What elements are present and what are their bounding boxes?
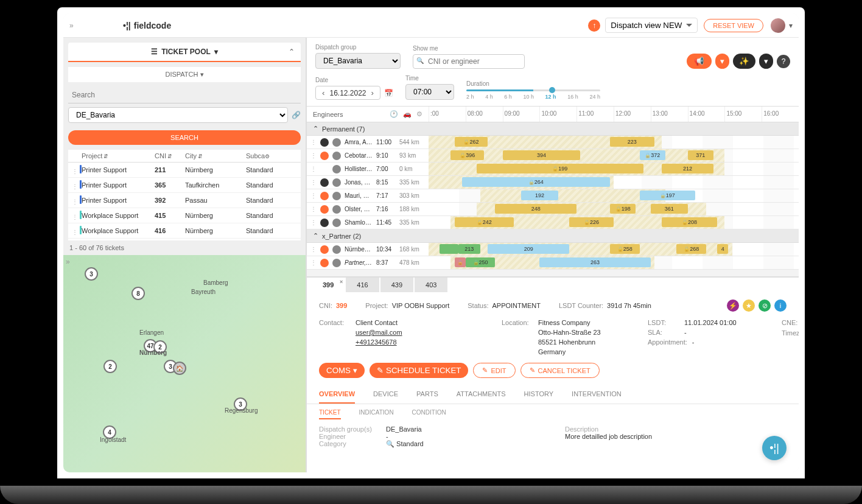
detail-tab[interactable]: HISTORY bbox=[524, 385, 554, 404]
engineer-row[interactable]: ⋮Nürnberg, Ve...10:34168 km213209🔒258🔒26… bbox=[307, 243, 799, 256]
timeline-bar[interactable]: 361 bbox=[651, 204, 688, 214]
filter-icon[interactable]: ⚙ bbox=[416, 110, 422, 118]
timeline-bar[interactable]: 🔒208 bbox=[662, 217, 717, 227]
timeline-bar[interactable]: 223 bbox=[610, 137, 654, 147]
detail-subtab[interactable]: INDICATION bbox=[359, 409, 394, 419]
col-project[interactable]: Project bbox=[82, 152, 102, 159]
engineer-row[interactable]: ⋮Partner, Van...8:37478 km🔒🔒250263 bbox=[307, 256, 799, 270]
timeline-bar[interactable]: 248 bbox=[495, 204, 576, 214]
car-icon[interactable]: 🚗 bbox=[403, 110, 412, 118]
ticket-tab[interactable]: 416 bbox=[346, 278, 379, 292]
user-avatar[interactable] bbox=[771, 18, 785, 33]
timeline-bar[interactable]: 213 bbox=[458, 244, 480, 254]
detail-subtab[interactable]: TICKET bbox=[319, 409, 341, 419]
detail-tab[interactable]: ATTACHMENTS bbox=[457, 385, 506, 404]
timeline-bar[interactable]: 🔒250 bbox=[466, 257, 496, 267]
timeline-bar[interactable]: 🔒242 bbox=[455, 217, 514, 227]
user-menu-caret[interactable]: ▾ bbox=[789, 21, 793, 30]
timeline-bar[interactable]: 263 bbox=[539, 257, 650, 267]
col-cni[interactable]: CNI bbox=[155, 152, 166, 159]
clock-icon[interactable]: 🕐 bbox=[390, 110, 398, 118]
timeline-bar[interactable]: 394 bbox=[503, 150, 581, 160]
ticket-row[interactable]: ⋮ Printer Support365TaufkirchenStandard bbox=[68, 178, 301, 193]
schedule-ticket-button[interactable]: ✎ SCHEDULE TICKET bbox=[370, 363, 468, 378]
contact-email[interactable]: user@mail.com bbox=[356, 329, 402, 336]
timeline-bar[interactable]: 209 bbox=[488, 244, 569, 254]
showme-input[interactable] bbox=[413, 54, 525, 69]
map[interactable]: » 3 8 47 2 2 3 3 4 🏠 Erlangen Nürnberg B… bbox=[63, 255, 306, 472]
contact-phone[interactable]: +4912345678 bbox=[356, 338, 397, 346]
detail-tab[interactable]: DEVICE bbox=[373, 385, 398, 404]
help-icon[interactable]: ? bbox=[777, 55, 790, 68]
search-button[interactable]: SEARCH bbox=[68, 130, 301, 145]
timeline-bar[interactable]: 🔒262 bbox=[455, 137, 488, 147]
reset-view-button[interactable]: RESET VIEW bbox=[704, 19, 763, 32]
engineer-row[interactable]: ⋮Jonas, Jens8:15335 km🔒264 bbox=[307, 176, 799, 189]
col-subcat[interactable]: Subca bbox=[246, 152, 265, 159]
detail-tab[interactable]: INTERVENTION bbox=[572, 385, 622, 404]
chat-fab[interactable]: •¦| bbox=[762, 436, 787, 460]
close-tab-icon[interactable]: × bbox=[340, 279, 343, 285]
dispatch-mode[interactable]: DISPATCH ▾ bbox=[68, 67, 301, 82]
view-select[interactable]: Dispatch view NEW bbox=[605, 18, 698, 33]
timeline-bar[interactable]: 371 bbox=[688, 150, 714, 160]
timeline-bar[interactable]: 🔒258 bbox=[610, 244, 640, 254]
edit-button[interactable]: ✎ EDIT bbox=[473, 363, 515, 378]
cancel-ticket-button[interactable]: ✎ CANCEL TICKET bbox=[520, 363, 600, 378]
ticket-tab[interactable]: 439 bbox=[380, 278, 413, 292]
ticket-search-input[interactable] bbox=[68, 87, 301, 103]
detail-tab[interactable]: PARTS bbox=[416, 385, 438, 404]
coms-button[interactable]: COMS ▾ bbox=[319, 363, 365, 378]
engineer-row[interactable]: ⋮Amra, Anton11:00544 km🔒262223 bbox=[307, 136, 799, 149]
status-dot[interactable]: ★ bbox=[743, 299, 755, 312]
engineer-row[interactable]: ⋮Mauri, Myra7:17303 km192🔒197 bbox=[307, 189, 799, 203]
status-dot[interactable]: ⚡ bbox=[727, 299, 739, 312]
announce-dropdown[interactable]: ▾ bbox=[715, 54, 729, 69]
status-dot[interactable]: ⊘ bbox=[759, 299, 771, 312]
timeline-bar[interactable]: 🔒198 bbox=[610, 204, 636, 214]
collapse-icon[interactable]: ⌃ bbox=[289, 47, 295, 56]
timeline-bar[interactable]: 192 bbox=[521, 191, 558, 200]
calendar-icon[interactable]: 📅 bbox=[384, 89, 393, 97]
timeline-bar[interactable]: 🔒197 bbox=[640, 191, 695, 200]
engineer-row[interactable]: ⋮Cebotare, Vita9:1093 km🔒396394🔒372371 bbox=[307, 149, 799, 163]
timeline-bar[interactable]: 4 bbox=[717, 244, 728, 254]
ticket-row[interactable]: ⋮ Workplace Support416NürnbergStandard bbox=[68, 223, 301, 239]
detail-subtab[interactable]: CONDITION bbox=[412, 409, 446, 419]
timeline-bar[interactable] bbox=[440, 244, 458, 254]
engineer-row[interactable]: ⋮Shamlou, So...11:45335 km🔒242🔒226🔒208 bbox=[307, 216, 799, 229]
ticket-tab[interactable]: 403 bbox=[415, 278, 447, 292]
ticket-pool-header[interactable]: ☰ TICKET POOL ▾ ⌃ bbox=[68, 43, 301, 62]
ticket-tab[interactable]: 399× bbox=[312, 278, 345, 292]
detail-tab[interactable]: OVERVIEW bbox=[319, 385, 355, 404]
region-select[interactable]: DE_Bavaria bbox=[68, 107, 288, 123]
ticket-row[interactable]: ⋮ Printer Support392PassauStandard bbox=[68, 193, 301, 208]
date-next[interactable]: › bbox=[369, 88, 376, 97]
timeline-bar[interactable]: 🔒 bbox=[455, 257, 466, 267]
date-nav[interactable]: ‹ 16.12.2022 › bbox=[315, 86, 380, 100]
upload-icon[interactable]: ↑ bbox=[588, 19, 600, 32]
timeline-bar[interactable]: 🔒268 bbox=[676, 244, 706, 254]
engineer-row[interactable]: ⋮Hollister, Han...7:000 km🔒199212 bbox=[307, 163, 799, 176]
link-icon[interactable]: 🔗 bbox=[292, 111, 301, 119]
timeline-bar[interactable]: 🔒372 bbox=[640, 150, 666, 160]
date-prev[interactable]: ‹ bbox=[320, 88, 327, 97]
time-select[interactable]: 07:00 bbox=[405, 84, 454, 100]
timeline-bar[interactable]: 🔒264 bbox=[462, 177, 610, 187]
timeline-bar[interactable]: 🔒226 bbox=[569, 217, 614, 227]
status-dot[interactable]: i bbox=[774, 299, 787, 312]
timeline-bar[interactable]: 🔒396 bbox=[450, 150, 484, 160]
timeline-bar[interactable]: 212 bbox=[662, 164, 713, 173]
ticket-row[interactable]: ⋮ Workplace Support415NürnbergStandard bbox=[68, 208, 301, 223]
duration-slider[interactable] bbox=[466, 89, 600, 91]
optimize-button[interactable]: ✨ bbox=[733, 54, 755, 69]
timeline-bar[interactable]: 🔒199 bbox=[477, 164, 643, 173]
announce-button[interactable]: 📢 bbox=[687, 54, 712, 69]
expand-sidebar-icon[interactable]: » bbox=[69, 21, 80, 30]
map-expand-icon[interactable]: » bbox=[66, 257, 70, 266]
engineer-row[interactable]: ⋮Olster, Oliver7:16188 km248🔒198361 bbox=[307, 203, 799, 216]
timeline-group[interactable]: ⌃x_Partner (2) bbox=[307, 229, 799, 243]
optimize-dropdown[interactable]: ▾ bbox=[759, 54, 773, 69]
timeline-group[interactable]: ⌃Permanent (7) bbox=[307, 122, 799, 136]
ticket-row[interactable]: ⋮ Printer Support211NürnbergStandard bbox=[68, 163, 301, 178]
